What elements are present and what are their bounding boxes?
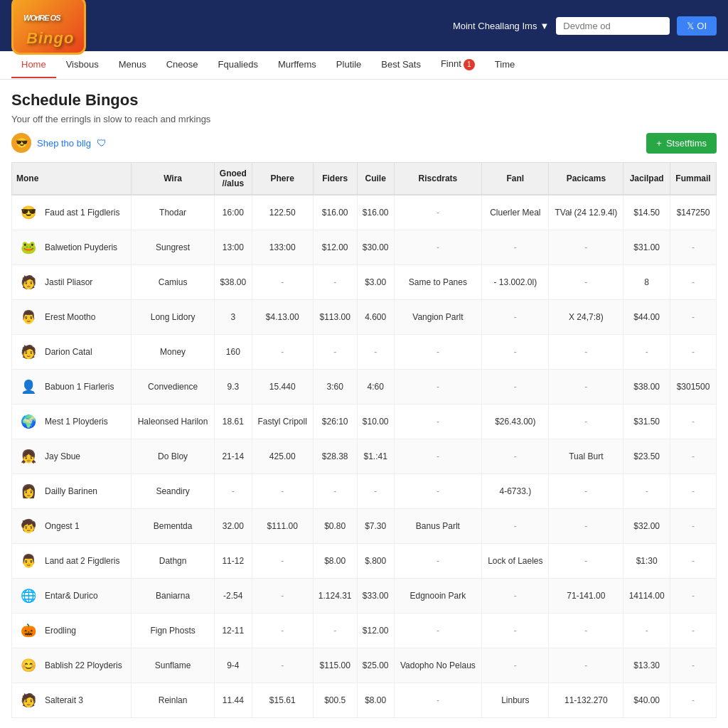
- cell-8-3: -: [252, 473, 313, 508]
- row-name: Mest 1 Ployderis: [45, 417, 108, 427]
- cell-3-4: $113.00: [313, 299, 357, 334]
- cell-13-8: -: [549, 648, 623, 682]
- header-dropdown[interactable]: Moint Cheallang Ims ▼: [453, 21, 549, 31]
- table-row: 😎Faud ast 1 FigdlerisThodar16:00122.50$1…: [12, 195, 717, 230]
- cell-8-6: -: [394, 473, 482, 508]
- dash: -: [584, 242, 587, 252]
- cell-4-7: -: [482, 334, 549, 369]
- nav-item-plutile[interactable]: Plutile: [326, 52, 371, 78]
- dash: -: [281, 347, 284, 357]
- cell-6-5: $10.00: [357, 404, 394, 439]
- nav-item-cneose[interactable]: Cneose: [156, 52, 208, 78]
- row-name: Balwetion Puyderis: [45, 242, 117, 252]
- cell-2-8: -: [549, 264, 623, 299]
- dash: -: [333, 277, 336, 287]
- cell-1-5: $30.00: [357, 230, 394, 264]
- cell-14-0: 🧑Salterait 3: [12, 682, 132, 717]
- cell-0-2: 16:00: [214, 195, 252, 230]
- cell-10-4: $8.00: [313, 543, 357, 578]
- cell-14-8: 11-132.270: [549, 682, 623, 717]
- dash: -: [514, 521, 517, 531]
- row-name: Ongest 1: [45, 521, 80, 531]
- cell-6-9: $31.50: [623, 404, 670, 439]
- cell-9-4: $0.80: [313, 508, 357, 543]
- cell-13-9: $13.30: [623, 648, 670, 682]
- cell-4-3: -: [252, 334, 313, 369]
- cell-10-0: 👨Land aat 2 Figdleris: [12, 543, 132, 578]
- col-jacilpad: Jacilpad: [623, 162, 670, 195]
- cell-11-4: 1.124.31: [313, 578, 357, 613]
- table-row: 👨Erest MoothoLong Lidory3$4.13.00$113.00…: [12, 299, 717, 334]
- cell-12-3: -: [252, 613, 313, 648]
- cell-0-7: Cluerler Meal: [482, 195, 549, 230]
- header: WOrIRE OS Bingo Moint Cheallang Ims ▼ 𝕏 …: [0, 0, 728, 51]
- cell-6-7: $26.43.00): [482, 404, 549, 439]
- cell-7-8: Tual Burt: [549, 439, 623, 473]
- cell-9-6: Banus Parlt: [394, 508, 482, 543]
- dash: -: [514, 312, 517, 322]
- cell-13-2: 9-4: [214, 648, 252, 682]
- dash: -: [584, 347, 587, 357]
- nav-item-finnt[interactable]: Finnt1: [431, 51, 485, 79]
- table-header: MoneWiraGnoed //alusPhereFidersCuileRisc…: [12, 162, 717, 195]
- dash: -: [692, 626, 695, 636]
- cell-14-1: Reinlan: [132, 682, 214, 717]
- dash: -: [333, 347, 336, 357]
- cell-2-3: -: [252, 264, 313, 299]
- chevron-down-icon: ▼: [540, 21, 549, 31]
- cell-6-10: -: [670, 404, 717, 439]
- action-button[interactable]: + Stsetftims: [646, 133, 717, 154]
- toolbar-link[interactable]: Shep tho bllg: [37, 138, 91, 149]
- cell-13-4: $115.00: [313, 648, 357, 682]
- cell-1-10: -: [670, 230, 717, 264]
- shield-icon: 🛡: [97, 137, 107, 149]
- nav-item-best-sats[interactable]: Best Sats: [371, 52, 431, 78]
- cell-0-10: $147250: [670, 195, 717, 230]
- col-fummail: Fummail: [670, 162, 717, 195]
- cell-4-1: Money: [132, 334, 214, 369]
- cell-13-7: -: [482, 648, 549, 682]
- cell-14-4: $00.5: [313, 682, 357, 717]
- twitter-btn[interactable]: 𝕏 OI: [677, 16, 717, 36]
- cell-4-2: 160: [214, 334, 252, 369]
- cell-12-9: -: [623, 613, 670, 648]
- cell-3-3: $4.13.00: [252, 299, 313, 334]
- col-gnoed---alus: Gnoed //alus: [214, 162, 252, 195]
- cell-2-2: $38.00: [214, 264, 252, 299]
- col-riscdrats: Riscdrats: [394, 162, 482, 195]
- nav-item-murffems[interactable]: Murffems: [268, 52, 326, 78]
- nav-item-visbous[interactable]: Visbous: [56, 52, 109, 78]
- nav-item-time[interactable]: Time: [485, 52, 525, 78]
- cell-14-9: $40.00: [623, 682, 670, 717]
- cell-8-9: -: [623, 473, 670, 508]
- cell-12-1: Fign Phosts: [132, 613, 214, 648]
- cell-5-4: 3:60: [313, 369, 357, 404]
- dash: -: [646, 347, 648, 357]
- cell-7-6: -: [394, 439, 482, 473]
- nav-item-menus[interactable]: Menus: [109, 52, 156, 78]
- cell-10-7: Lock of Laeles: [482, 543, 549, 578]
- row-avatar: 😎: [16, 200, 41, 225]
- cell-0-3: 122.50: [252, 195, 313, 230]
- search-input[interactable]: [556, 17, 670, 35]
- nav-item-home[interactable]: Home: [11, 52, 56, 78]
- cell-4-5: -: [357, 334, 394, 369]
- nav-item-fqualieds[interactable]: Fqualieds: [208, 52, 268, 78]
- cell-2-0: 🧑Jastil Pliasor: [12, 264, 132, 299]
- cell-14-7: Linburs: [482, 682, 549, 717]
- dash: -: [584, 660, 587, 670]
- cell-5-8: -: [549, 369, 623, 404]
- content: Schedule Bingos Your off the erringls in…: [0, 80, 728, 729]
- cell-1-0: 🐸Balwetion Puyderis: [12, 230, 132, 264]
- dash: -: [514, 242, 517, 252]
- cell-14-2: 11.44: [214, 682, 252, 717]
- dropdown-label: Moint Cheallang Ims: [453, 21, 537, 31]
- cell-5-1: Convedience: [132, 369, 214, 404]
- cell-2-7: - 13.002.0l): [482, 264, 549, 299]
- dash: -: [281, 626, 284, 636]
- row-avatar: 👩: [16, 479, 41, 503]
- dash: -: [437, 208, 439, 218]
- page-subtitle: Your off the erringls in slow to reach a…: [11, 114, 717, 124]
- cell-11-5: $33.00: [357, 578, 394, 613]
- dash: -: [437, 451, 439, 461]
